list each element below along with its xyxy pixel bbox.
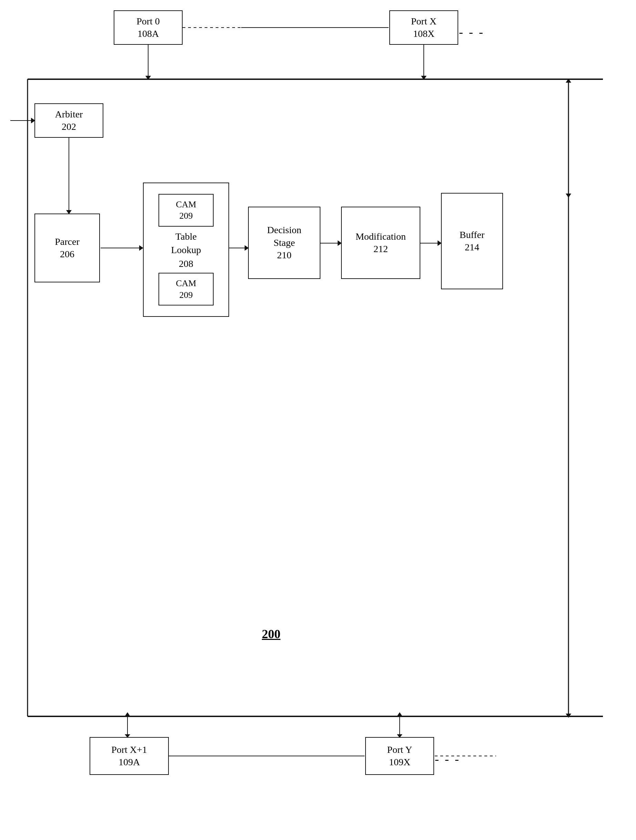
decision-stage-box: DecisionStage 210: [248, 207, 320, 279]
parcer-label: Parcer: [55, 235, 79, 248]
decision-stage-label: DecisionStage: [267, 224, 301, 249]
port-x-number: 108X: [413, 28, 435, 40]
modification-label: Modification: [356, 231, 406, 243]
svg-marker-34: [397, 712, 402, 716]
arbiter-label: Arbiter: [55, 108, 83, 120]
cam-top-box: CAM209: [158, 194, 214, 227]
port-0-label: Port 0: [136, 15, 160, 28]
port-y-dashes: - - -: [435, 752, 460, 766]
cam-top-label: CAM209: [176, 199, 196, 222]
arbiter-box: Arbiter 202: [35, 103, 103, 138]
decision-stage-number: 210: [277, 249, 291, 261]
modification-box: Modification 212: [341, 207, 420, 279]
diagram: Port 0 108A Port X 108X Arbiter 202 Parc…: [0, 0, 636, 840]
port-x-box: Port X 108X: [389, 10, 458, 45]
modification-number: 212: [373, 243, 388, 255]
port-y-label: Port Y: [387, 744, 412, 756]
port-xp1-box: Port X+1 109A: [90, 737, 169, 775]
buffer-number: 214: [465, 241, 479, 253]
parcer-number: 206: [60, 248, 74, 261]
port-x-label: Port X: [411, 15, 437, 28]
svg-marker-7: [421, 76, 427, 80]
port-xp1-label: Port X+1: [111, 744, 147, 756]
port-x-dashes: - - -: [459, 25, 484, 39]
svg-marker-26: [566, 194, 571, 198]
buffer-label: Buffer: [460, 229, 485, 241]
svg-marker-31: [125, 712, 130, 716]
port-y-box: Port Y 109X: [365, 737, 434, 775]
arbiter-number: 202: [62, 120, 76, 133]
svg-marker-16: [566, 714, 571, 718]
buffer-box: Buffer 214: [441, 193, 503, 289]
cam-bot-label: CAM209: [176, 278, 196, 301]
svg-marker-28: [566, 714, 571, 716]
figure-label: 200: [262, 627, 280, 641]
table-lookup-label: TableLookup208: [171, 231, 201, 269]
parcer-box: Parcer 206: [35, 213, 100, 283]
svg-marker-3: [146, 76, 151, 80]
port-0-box: Port 0 108A: [114, 10, 183, 45]
cam-bot-box: CAM209: [158, 273, 214, 305]
port-y-number: 109X: [389, 756, 410, 768]
table-lookup-box: CAM209 TableLookup208 CAM209: [143, 183, 229, 317]
port-0-number: 108A: [138, 28, 159, 40]
svg-marker-15: [566, 79, 571, 83]
port-xp1-number: 109A: [119, 756, 140, 768]
